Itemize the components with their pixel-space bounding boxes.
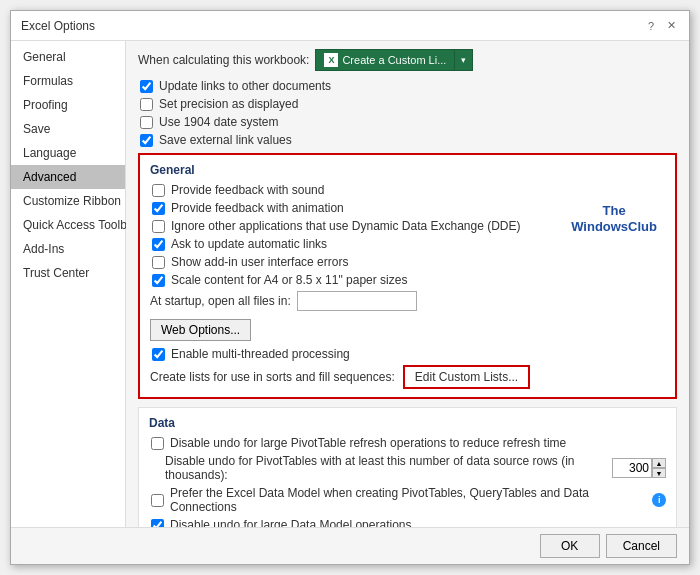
workbook-dropdown-arrow[interactable]: ▾ — [455, 49, 473, 71]
sidebar-item-add-ins[interactable]: Add-Ins — [11, 237, 125, 261]
checkbox-update-links: Update links to other documents — [138, 79, 677, 93]
checkbox-ignore-dde: Ignore other applications that use Dynam… — [150, 219, 665, 233]
web-options-button[interactable]: Web Options... — [150, 319, 251, 341]
checkbox-ask-links: Ask to update automatic links — [150, 237, 665, 251]
title-bar: Excel Options ? ✕ — [11, 11, 689, 41]
ignore-dde-label: Ignore other applications that use Dynam… — [171, 219, 521, 233]
sidebar-item-customize-ribbon[interactable]: Customize Ribbon — [11, 189, 125, 213]
sidebar-item-language[interactable]: Language — [11, 141, 125, 165]
sidebar-item-formulas[interactable]: Formulas — [11, 69, 125, 93]
update-links-label: Update links to other documents — [159, 79, 331, 93]
info-icon-data-model[interactable]: i — [652, 493, 666, 507]
create-lists-row: Create lists for use in sorts and fill s… — [150, 365, 665, 389]
ok-button[interactable]: OK — [540, 534, 600, 558]
sidebar-item-advanced[interactable]: Advanced — [11, 165, 125, 189]
workbook-dropdown-button[interactable]: X Create a Custom Li... — [315, 49, 455, 71]
excel-options-dialog: Excel Options ? ✕ General Formulas Proof… — [10, 10, 690, 565]
prefer-data-model-label: Prefer the Excel Data Model when creatin… — [170, 486, 646, 514]
excel-icon: X — [324, 53, 338, 67]
show-addin-errors-label: Show add-in user interface errors — [171, 255, 348, 269]
scale-content-label: Scale content for A4 or 8.5 x 11" paper … — [171, 273, 407, 287]
checkbox-disable-undo-large: Disable undo for large Data Model operat… — [149, 518, 666, 527]
dialog-body: General Formulas Proofing Save Language … — [11, 41, 689, 527]
sidebar-item-general[interactable]: General — [11, 45, 125, 69]
update-links-checkbox[interactable] — [140, 80, 153, 93]
ignore-dde-checkbox[interactable] — [152, 220, 165, 233]
checkbox-save-external: Save external link values — [138, 133, 677, 147]
general-inner: The WindowsClub Provide feedback with so… — [150, 183, 665, 389]
disable-undo-rows-input-wrapper: 300 ▲ ▼ — [612, 458, 666, 478]
dropdown-label: Create a Custom Li... — [342, 54, 446, 66]
prefer-data-model-checkbox[interactable] — [151, 494, 164, 507]
multi-thread-label: Enable multi-threaded processing — [171, 347, 350, 361]
checkbox-use-1904: Use 1904 date system — [138, 115, 677, 129]
checkbox-disable-undo-pivot: Disable undo for large PivotTable refres… — [149, 436, 666, 450]
checkbox-multi-thread: Enable multi-threaded processing — [150, 347, 665, 361]
ask-links-checkbox[interactable] — [152, 238, 165, 251]
spin-wrapper-rows: ▲ ▼ — [652, 458, 666, 478]
workbook-dropdown: X Create a Custom Li... ▾ — [315, 49, 473, 71]
cancel-button[interactable]: Cancel — [606, 534, 677, 558]
checkbox-show-addin-errors: Show add-in user interface errors — [150, 255, 665, 269]
create-lists-label: Create lists for use in sorts and fill s… — [150, 370, 395, 384]
startup-input[interactable] — [297, 291, 417, 311]
disable-undo-rows-row: Disable undo for PivotTables with at lea… — [149, 454, 666, 482]
save-external-label: Save external link values — [159, 133, 292, 147]
set-precision-checkbox[interactable] — [140, 98, 153, 111]
disable-undo-large-label: Disable undo for large Data Model operat… — [170, 518, 411, 527]
startup-label: At startup, open all files in: — [150, 294, 291, 308]
checkbox-prefer-data-model: Prefer the Excel Data Model when creatin… — [149, 486, 666, 514]
use-1904-checkbox[interactable] — [140, 116, 153, 129]
workbook-label: When calculating this workbook: — [138, 53, 309, 67]
save-external-checkbox[interactable] — [140, 134, 153, 147]
checkbox-feedback-animation: Provide feedback with animation — [150, 201, 665, 215]
disable-undo-large-checkbox[interactable] — [151, 519, 164, 528]
spin-up-rows[interactable]: ▲ — [652, 458, 666, 468]
feedback-animation-checkbox[interactable] — [152, 202, 165, 215]
title-controls: ? ✕ — [643, 18, 679, 34]
workbook-row: When calculating this workbook: X Create… — [138, 49, 677, 71]
disable-undo-rows-input[interactable]: 300 — [612, 458, 652, 478]
feedback-sound-label: Provide feedback with sound — [171, 183, 324, 197]
checkbox-feedback-sound: Provide feedback with sound — [150, 183, 665, 197]
use-1904-label: Use 1904 date system — [159, 115, 278, 129]
general-section: General The WindowsClub Provide feedback… — [138, 153, 677, 399]
feedback-sound-checkbox[interactable] — [152, 184, 165, 197]
scale-content-checkbox[interactable] — [152, 274, 165, 287]
dialog-footer: OK Cancel — [11, 527, 689, 564]
sidebar: General Formulas Proofing Save Language … — [11, 41, 126, 527]
close-button[interactable]: ✕ — [663, 18, 679, 34]
sidebar-item-proofing[interactable]: Proofing — [11, 93, 125, 117]
data-section: Data Disable undo for large PivotTable r… — [138, 407, 677, 527]
disable-undo-rows-label: Disable undo for PivotTables with at lea… — [165, 454, 606, 482]
dialog-title: Excel Options — [21, 19, 95, 33]
general-section-title: General — [150, 163, 665, 177]
feedback-animation-label: Provide feedback with animation — [171, 201, 344, 215]
checkbox-set-precision: Set precision as displayed — [138, 97, 677, 111]
sidebar-item-quick-access[interactable]: Quick Access Toolbar — [11, 213, 125, 237]
spin-down-rows[interactable]: ▼ — [652, 468, 666, 478]
edit-custom-lists-button[interactable]: Edit Custom Lists... — [403, 365, 530, 389]
main-content: When calculating this workbook: X Create… — [126, 41, 689, 527]
sidebar-item-save[interactable]: Save — [11, 117, 125, 141]
workbook-checkboxes: Update links to other documents Set prec… — [138, 79, 677, 147]
sidebar-item-trust-center[interactable]: Trust Center — [11, 261, 125, 285]
multi-thread-checkbox[interactable] — [152, 348, 165, 361]
disable-undo-pivot-label: Disable undo for large PivotTable refres… — [170, 436, 566, 450]
ask-links-label: Ask to update automatic links — [171, 237, 327, 251]
show-addin-errors-checkbox[interactable] — [152, 256, 165, 269]
checkbox-scale-content: Scale content for A4 or 8.5 x 11" paper … — [150, 273, 665, 287]
data-section-title: Data — [149, 416, 666, 430]
disable-undo-pivot-checkbox[interactable] — [151, 437, 164, 450]
set-precision-label: Set precision as displayed — [159, 97, 298, 111]
startup-row: At startup, open all files in: — [150, 291, 665, 311]
help-button[interactable]: ? — [643, 18, 659, 34]
